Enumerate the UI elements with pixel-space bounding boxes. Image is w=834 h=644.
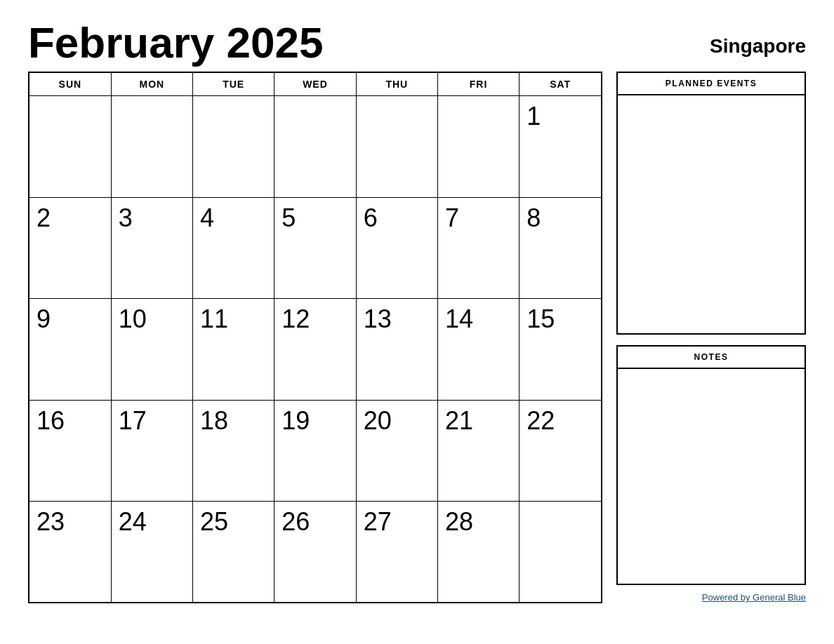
calendar-cell: 6 — [356, 197, 437, 299]
calendar-cell: 23 — [29, 502, 111, 603]
calendar-cell — [356, 96, 437, 198]
day-number: 6 — [364, 203, 378, 232]
calendar-cell: 7 — [437, 197, 519, 299]
planned-events-box: PLANNED EVENTS — [616, 72, 806, 335]
calendar-cell: 12 — [274, 299, 356, 401]
day-header-row: SUN MON TUE WED THU FRI SAT — [29, 72, 602, 96]
col-header-mon: MON — [111, 72, 192, 96]
day-number: 8 — [527, 203, 541, 232]
calendar-cell: 27 — [356, 502, 437, 603]
calendar-week-row: 232425262728 — [29, 502, 602, 603]
col-header-sat: SAT — [519, 72, 602, 96]
calendar-cell: 16 — [29, 400, 111, 502]
calendar-cell: 28 — [437, 502, 519, 603]
calendar-cell: 22 — [519, 400, 602, 502]
day-number: 16 — [37, 406, 65, 435]
calendar-cell: 26 — [274, 502, 356, 603]
day-number: 9 — [37, 304, 51, 333]
page-header: February 2025 Singapore — [28, 21, 806, 65]
calendar-cell — [111, 96, 192, 198]
country-title: Singapore — [710, 21, 806, 58]
month-year-title: February 2025 — [28, 21, 323, 65]
calendar-cell — [519, 502, 602, 603]
day-number: 22 — [527, 406, 555, 435]
calendar-cell: 2 — [29, 197, 111, 299]
col-header-fri: FRI — [437, 72, 519, 96]
col-header-wed: WED — [274, 72, 356, 96]
calendar-cell: 1 — [519, 96, 602, 198]
calendar-cell: 19 — [274, 400, 356, 502]
calendar-cell: 18 — [193, 400, 274, 502]
calendar-cell: 21 — [437, 400, 519, 502]
notes-header: NOTES — [618, 347, 805, 369]
day-number: 3 — [119, 203, 133, 232]
calendar-cell: 11 — [193, 299, 274, 401]
day-number: 18 — [200, 406, 228, 435]
planned-events-body — [618, 95, 805, 333]
footer: Powered by General Blue — [616, 591, 806, 603]
day-number: 12 — [282, 304, 310, 333]
day-number: 10 — [119, 304, 147, 333]
day-number: 11 — [200, 304, 228, 333]
calendar-cell — [437, 96, 519, 198]
calendar-week-row: 1 — [29, 96, 602, 198]
calendar-cell: 8 — [519, 197, 602, 299]
calendar-week-row: 9101112131415 — [29, 299, 602, 401]
notes-box: NOTES — [616, 345, 806, 585]
day-number: 5 — [282, 203, 296, 232]
calendar-cell: 4 — [193, 197, 274, 299]
calendar-cell: 15 — [519, 299, 602, 401]
day-number: 26 — [282, 507, 310, 536]
day-number: 27 — [364, 507, 392, 536]
notes-body — [618, 369, 805, 584]
day-number: 24 — [119, 507, 147, 536]
calendar-cell — [193, 96, 274, 198]
day-number: 7 — [445, 203, 459, 232]
right-section: PLANNED EVENTS NOTES Powered by General … — [616, 72, 806, 603]
calendar-cell: 24 — [111, 502, 192, 603]
col-header-sun: SUN — [29, 72, 111, 96]
calendar-cell: 3 — [111, 197, 192, 299]
day-number: 19 — [282, 406, 310, 435]
calendar-week-row: 2345678 — [29, 197, 602, 299]
calendar-cell: 20 — [356, 400, 437, 502]
day-number: 17 — [119, 406, 147, 435]
calendar-section: SUN MON TUE WED THU FRI SAT 123456789101… — [28, 72, 602, 603]
col-header-tue: TUE — [193, 72, 274, 96]
main-content: SUN MON TUE WED THU FRI SAT 123456789101… — [28, 72, 806, 603]
day-number: 20 — [364, 406, 392, 435]
calendar-cell: 13 — [356, 299, 437, 401]
day-number: 23 — [37, 507, 65, 536]
calendar-cell: 5 — [274, 197, 356, 299]
powered-by-link[interactable]: Powered by General Blue — [702, 592, 806, 603]
calendar-cell: 9 — [29, 299, 111, 401]
calendar-cell — [274, 96, 356, 198]
calendar-cell: 25 — [193, 502, 274, 603]
calendar-cell — [29, 96, 111, 198]
calendar-cell: 14 — [437, 299, 519, 401]
planned-events-header: PLANNED EVENTS — [618, 73, 805, 95]
day-number: 25 — [200, 507, 228, 536]
calendar-week-row: 16171819202122 — [29, 400, 602, 502]
day-number: 14 — [445, 304, 473, 333]
day-number: 28 — [445, 507, 473, 536]
day-number: 15 — [527, 304, 555, 333]
day-number: 1 — [527, 102, 541, 130]
calendar-cell: 10 — [111, 299, 192, 401]
day-number: 2 — [37, 203, 51, 232]
calendar-table: SUN MON TUE WED THU FRI SAT 123456789101… — [28, 72, 602, 603]
calendar-cell: 17 — [111, 400, 192, 502]
day-number: 13 — [364, 304, 392, 333]
day-number: 21 — [445, 406, 473, 435]
day-number: 4 — [200, 203, 214, 232]
col-header-thu: THU — [356, 72, 437, 96]
